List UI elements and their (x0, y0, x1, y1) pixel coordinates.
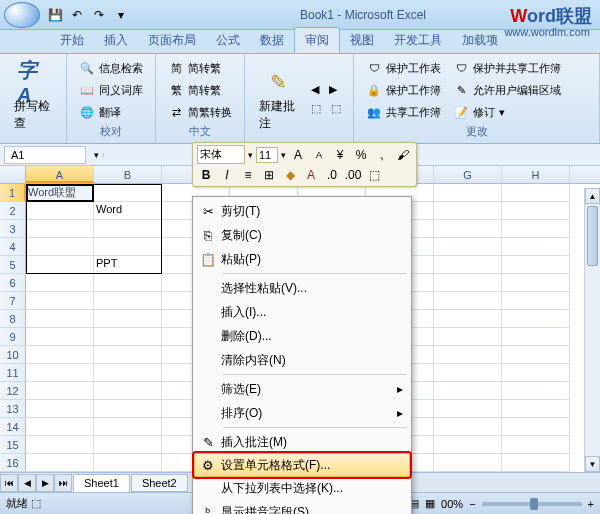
cell[interactable] (94, 364, 162, 382)
allow-edit-button[interactable]: ✎允许用户编辑区域 (449, 80, 565, 100)
cell[interactable] (502, 454, 570, 472)
border-icon[interactable]: ⊞ (260, 166, 278, 184)
tab-addin[interactable]: 加载项 (452, 28, 508, 53)
cell[interactable] (434, 292, 502, 310)
cell[interactable] (94, 310, 162, 328)
office-button[interactable] (4, 2, 40, 28)
row-header-2[interactable]: 2 (0, 202, 26, 220)
menu-item-6[interactable]: 删除(D)... (195, 324, 409, 348)
row-header-15[interactable]: 15 (0, 436, 26, 454)
currency-icon[interactable]: ¥ (331, 146, 349, 164)
protect-share-button[interactable]: 🛡保护并共享工作簿 (449, 58, 565, 78)
row-header-13[interactable]: 13 (0, 400, 26, 418)
row-header-14[interactable]: 14 (0, 418, 26, 436)
tab-view[interactable]: 视图 (340, 28, 384, 53)
cell[interactable] (94, 184, 162, 202)
cell[interactable] (502, 382, 570, 400)
cell[interactable] (94, 382, 162, 400)
tab-dev[interactable]: 开发工具 (384, 28, 452, 53)
scroll-up-icon[interactable]: ▲ (585, 188, 600, 204)
scroll-down-icon[interactable]: ▼ (585, 456, 600, 472)
protect-sheet-button[interactable]: 🛡保护工作表 (362, 58, 445, 78)
row-header-16[interactable]: 16 (0, 454, 26, 472)
cell[interactable] (94, 400, 162, 418)
menu-item-12[interactable]: ✎插入批注(M) (195, 430, 409, 454)
align-icon[interactable]: ≡ (239, 166, 257, 184)
row-header-10[interactable]: 10 (0, 346, 26, 364)
inc-decimal-icon[interactable]: .0 (323, 166, 341, 184)
cell[interactable] (502, 400, 570, 418)
cell[interactable] (94, 238, 162, 256)
tab-layout[interactable]: 页面布局 (138, 28, 206, 53)
cell[interactable] (502, 184, 570, 202)
share-book-button[interactable]: 👥共享工作簿 (362, 102, 445, 122)
cell[interactable] (26, 454, 94, 472)
cell[interactable] (434, 184, 502, 202)
cell[interactable] (26, 346, 94, 364)
cell[interactable] (434, 220, 502, 238)
menu-item-0[interactable]: ✂剪切(T) (195, 199, 409, 223)
tab-insert[interactable]: 插入 (94, 28, 138, 53)
row-header-12[interactable]: 12 (0, 382, 26, 400)
cell[interactable]: Word联盟 (26, 184, 94, 202)
zoom-slider[interactable] (482, 502, 582, 506)
cell[interactable] (434, 382, 502, 400)
spelling-button[interactable]: 字A 拼写检查 (8, 64, 58, 134)
thesaurus-button[interactable]: 📖同义词库 (75, 80, 147, 100)
sheet-last-icon[interactable]: ⏭ (54, 474, 72, 492)
cell[interactable] (502, 274, 570, 292)
comma-icon[interactable]: , (373, 146, 391, 164)
view-break-icon[interactable]: ▦ (425, 497, 435, 510)
cell[interactable] (502, 202, 570, 220)
cell[interactable] (502, 238, 570, 256)
cell[interactable] (94, 454, 162, 472)
cell[interactable] (502, 436, 570, 454)
menu-item-1[interactable]: ⎘复制(C) (195, 223, 409, 247)
track-changes-button[interactable]: 📝修订 ▾ (449, 102, 565, 122)
cell[interactable] (94, 292, 162, 310)
menu-item-5[interactable]: 插入(I)... (195, 300, 409, 324)
cell[interactable] (26, 418, 94, 436)
cell[interactable] (26, 292, 94, 310)
cell[interactable] (94, 436, 162, 454)
translate-button[interactable]: 🌐翻译 (75, 102, 147, 122)
row-header-11[interactable]: 11 (0, 364, 26, 382)
zoom-in-icon[interactable]: + (588, 498, 594, 510)
grow-font-icon[interactable]: A (289, 146, 307, 164)
sheet-prev-icon[interactable]: ◀ (18, 474, 36, 492)
next-comment-icon[interactable]: ▶ (325, 81, 341, 98)
cell[interactable] (26, 238, 94, 256)
bold-icon[interactable]: B (197, 166, 215, 184)
merge-icon[interactable]: ⬚ (365, 166, 383, 184)
cell[interactable] (434, 346, 502, 364)
cell[interactable] (26, 256, 94, 274)
cell[interactable] (434, 418, 502, 436)
select-all-corner[interactable] (0, 166, 26, 183)
cell[interactable] (26, 436, 94, 454)
cell[interactable] (434, 202, 502, 220)
row-header-9[interactable]: 9 (0, 328, 26, 346)
save-icon[interactable]: 💾 (46, 6, 64, 24)
sheet-first-icon[interactable]: ⏮ (0, 474, 18, 492)
conv-button[interactable]: ⇄简繁转换 (164, 102, 236, 122)
cell[interactable] (26, 202, 94, 220)
protect-book-button[interactable]: 🔒保护工作簿 (362, 80, 445, 100)
format-painter-icon[interactable]: 🖌 (394, 146, 412, 164)
col-header-H[interactable]: H (502, 166, 570, 183)
cell[interactable] (434, 256, 502, 274)
cell[interactable] (502, 364, 570, 382)
simp-trad-button[interactable]: 简简转繁 (164, 58, 236, 78)
show-comment-icon[interactable]: ⬚ (307, 100, 325, 117)
cell[interactable] (94, 346, 162, 364)
cell[interactable] (26, 328, 94, 346)
cell[interactable] (434, 274, 502, 292)
vertical-scrollbar[interactable]: ▲ ▼ (584, 188, 600, 472)
cell[interactable] (434, 436, 502, 454)
cell[interactable] (502, 256, 570, 274)
menu-item-15[interactable]: ᵇ显示拼音字段(S) (195, 500, 409, 514)
row-header-4[interactable]: 4 (0, 238, 26, 256)
undo-icon[interactable]: ↶ (68, 6, 86, 24)
cell[interactable]: Word (94, 202, 162, 220)
font-color-icon[interactable]: A (302, 166, 320, 184)
cell[interactable] (502, 346, 570, 364)
